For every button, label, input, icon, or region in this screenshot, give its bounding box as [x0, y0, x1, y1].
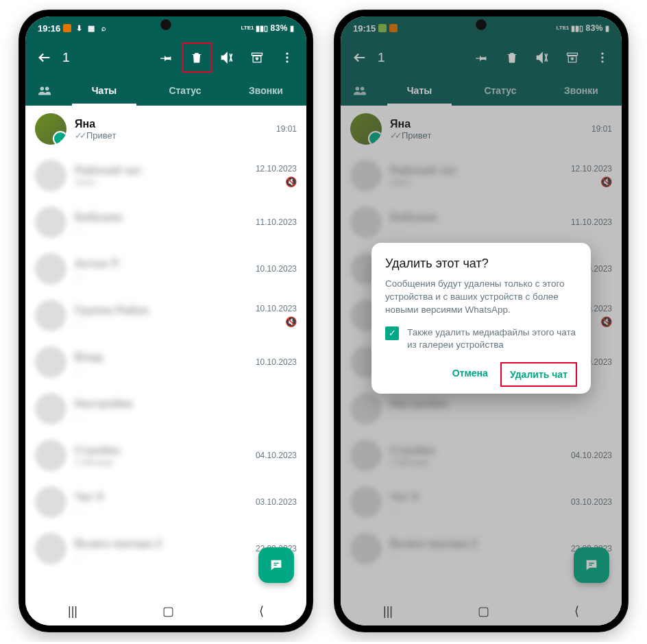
chat-message: … [75, 410, 239, 420]
tab-community[interactable] [25, 83, 64, 98]
avatar[interactable] [35, 533, 66, 564]
status-time: 19:16 [38, 23, 60, 34]
avatar[interactable] [35, 113, 66, 145]
tab-status[interactable]: Статус [145, 75, 225, 106]
tabs: Чаты Статус Звонки [25, 75, 306, 106]
chat-message: … [75, 503, 239, 514]
muted-icon: 🔇 [285, 316, 297, 327]
more-button[interactable] [272, 43, 302, 73]
avatar[interactable] [35, 206, 66, 238]
dialog-title: Удалить этот чат? [385, 257, 577, 271]
muted-icon: 🔇 [285, 176, 297, 187]
battery-label: 83% [270, 23, 288, 33]
chat-message: 2 месяца [75, 457, 239, 467]
dialog-confirm-button[interactable]: Удалить чат [500, 362, 577, 387]
chat-name: Влад [75, 351, 239, 363]
avatar[interactable] [35, 440, 66, 471]
new-chat-fab[interactable] [258, 547, 294, 583]
avatar[interactable] [35, 253, 66, 285]
dialog-body: Сообщения будут удалены только с этого у… [385, 278, 577, 317]
phone-left: 19:16 ⬇ ▦ ⌕ LTE1 ▮▮▯ 83% ▮ 1 [19, 10, 313, 632]
dialog-checkbox-row[interactable]: ✓ Также удалить медиафайлы этого чата из… [385, 326, 577, 351]
chat-name: Бабушка [75, 211, 239, 224]
chat-time: 19:01 [276, 124, 297, 134]
delete-dialog: Удалить этот чат? Сообщения будут удален… [371, 243, 591, 394]
nav-recent[interactable]: ||| [68, 604, 77, 619]
chat-row[interactable]: Стройка2 месяца04.10.2023 [25, 432, 306, 479]
avatar[interactable] [35, 346, 66, 378]
chat-message: … [75, 224, 239, 234]
read-ticks-icon: ✓✓ [75, 130, 84, 141]
svg-point-2 [286, 60, 288, 62]
screen-right: 19:15 LTE1 ▮▮▯ 83% ▮ 1 [341, 16, 622, 625]
checkbox-icon[interactable]: ✓ [385, 326, 399, 340]
chat-name: Яна [75, 118, 239, 130]
svg-point-1 [286, 56, 288, 58]
avatar[interactable] [35, 160, 66, 191]
dialog-cancel-button[interactable]: Отмена [444, 362, 496, 387]
svg-point-3 [40, 87, 45, 91]
chat-message: … [75, 550, 239, 560]
chat-time: 12.10.2023 [256, 164, 297, 174]
avatar[interactable] [35, 300, 66, 331]
chat-name: Стройка [75, 444, 239, 457]
chat-message: … [75, 317, 239, 327]
chat-row[interactable]: Бабушка…11.10.2023 [25, 199, 306, 246]
chat-name: Рабочий чат [75, 165, 239, 177]
chat-message: ✓✓Привет [75, 130, 239, 141]
chat-message: текст [75, 177, 239, 187]
tab-calls[interactable]: Звонки [225, 75, 306, 106]
svg-point-0 [286, 53, 288, 55]
search-status-icon: ⌕ [99, 23, 108, 33]
nav-home[interactable]: ▢ [162, 604, 174, 619]
net-label: LTE1 [241, 25, 254, 31]
rec-icon [63, 24, 71, 32]
battery-icon: ▮ [290, 24, 294, 33]
chat-message: … [75, 363, 239, 374]
svg-point-4 [45, 87, 49, 91]
avatar[interactable] [35, 393, 66, 425]
chat-time: 11.10.2023 [256, 217, 297, 227]
back-button[interactable] [29, 43, 60, 73]
chat-name: Чат 9 [75, 491, 239, 503]
chat-time: 04.10.2023 [256, 451, 297, 460]
screen-left: 19:16 ⬇ ▦ ⌕ LTE1 ▮▮▯ 83% ▮ 1 [25, 16, 306, 625]
download-icon: ⬇ [74, 23, 84, 33]
nav-back[interactable]: ⟨ [259, 604, 264, 619]
mute-button[interactable] [212, 43, 242, 73]
chat-time: 03.10.2023 [256, 497, 297, 507]
archive-button[interactable] [242, 43, 272, 73]
chat-name: Вывоз мусора 2 [75, 538, 239, 550]
chat-row[interactable]: Влад…10.10.2023 [25, 339, 306, 385]
chat-name: Группа Район [75, 305, 239, 317]
chat-message: … [75, 270, 239, 281]
android-navbar: ||| ▢ ⟨ [25, 597, 306, 625]
camera-cutout [476, 19, 487, 30]
chat-name: Настройки [75, 398, 239, 410]
camera-cutout [160, 19, 171, 30]
chat-time: 10.10.2023 [256, 357, 297, 367]
phone-right: 19:15 LTE1 ▮▮▯ 83% ▮ 1 [334, 10, 628, 632]
pin-button[interactable] [151, 43, 182, 73]
chat-row[interactable]: Яна✓✓Привет19:01 [25, 106, 306, 152]
signal-icon: ▮▮▯ [256, 24, 268, 33]
chat-row[interactable]: Антон П…10.10.2023 [25, 246, 306, 292]
chatlist-left[interactable]: Яна✓✓Привет19:01Рабочий чаттекст12.10.20… [25, 106, 306, 597]
gallery-icon: ▦ [86, 23, 96, 33]
actionbar: 1 [25, 40, 306, 75]
avatar[interactable] [35, 486, 66, 518]
chat-row[interactable]: Чат 9…03.10.2023 [25, 479, 306, 525]
chat-time: 10.10.2023 [256, 264, 297, 274]
checkbox-label: Также удалить медиафайлы этого чата из г… [407, 326, 577, 351]
chat-row[interactable]: Рабочий чаттекст12.10.2023🔇 [25, 152, 306, 199]
chat-row[interactable]: Настройки… [25, 385, 306, 432]
delete-button[interactable] [182, 43, 212, 73]
chat-name: Антон П [75, 258, 239, 270]
chat-row[interactable]: Группа Район…10.10.2023🔇 [25, 292, 306, 339]
tab-chats[interactable]: Чаты [64, 75, 145, 106]
chat-time: 10.10.2023 [256, 304, 297, 313]
selection-count: 1 [60, 50, 70, 65]
